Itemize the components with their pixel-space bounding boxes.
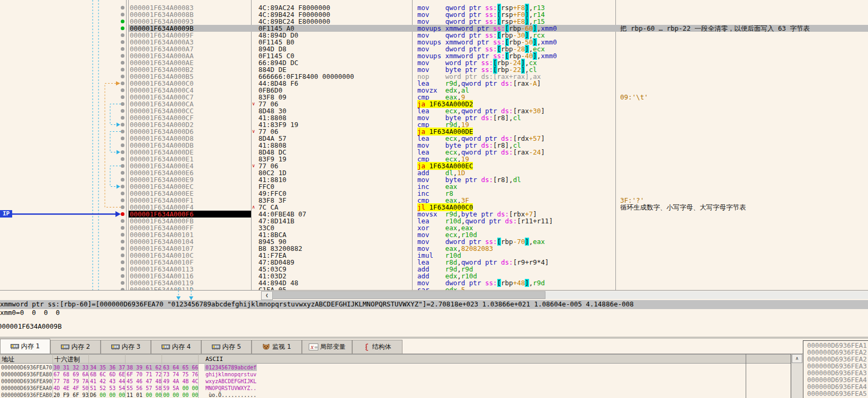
breakpoint-dot[interactable]	[121, 150, 124, 154]
breakpoint-dot[interactable]	[121, 137, 124, 140]
dump-row[interactable]: 000000D6936FEA8067 68 69 6A6B 6C 6D 6E6F…	[0, 371, 791, 378]
dump-hex-group: 34 35 36 37	[90, 364, 125, 371]
breakpoint-dot[interactable]	[121, 254, 124, 257]
watch-icon	[262, 343, 270, 351]
tab-label: 内存 3	[122, 342, 140, 351]
dump-hex-group: 6F 70 71 72	[127, 371, 162, 378]
breakpoint-dot[interactable]	[121, 82, 124, 85]
breakpoint-dot[interactable]	[121, 13, 124, 16]
breakpoint-dot[interactable]	[121, 88, 124, 92]
dump-hex-group: D6 00 00 00	[90, 392, 125, 398]
breakpoint-dot[interactable]	[121, 61, 124, 65]
breakpoint-dot[interactable]	[121, 178, 124, 182]
breakpoint-dot[interactable]	[121, 212, 124, 216]
dump-address: 000000D6936FEAB0	[1, 392, 52, 398]
breakpoint-dot[interactable]	[121, 281, 124, 285]
dump-row[interactable]: 000000D6936FEA9077 78 79 7A41 42 43 4445…	[0, 378, 791, 385]
breakpoint-dot[interactable]	[121, 123, 124, 126]
breakpoint-dot[interactable]	[121, 68, 124, 71]
scrollbar-track[interactable]	[272, 291, 868, 299]
breakpoint-dot[interactable]	[121, 267, 124, 271]
breakpoint-dot[interactable]	[121, 102, 124, 106]
breakpoint-dot[interactable]	[121, 26, 124, 30]
tab-局部变量[interactable]: x=局部变量	[302, 340, 352, 354]
dump-ascii: ghijklmnopqrstuv	[205, 371, 256, 378]
dump-ascii: ùo.Ö...........	[205, 392, 256, 398]
ram-icon	[111, 343, 120, 350]
tab-内存 2[interactable]: 内存 2	[50, 340, 101, 354]
breakpoint-dot[interactable]	[121, 116, 124, 120]
scroll-up-button[interactable]: ∧	[792, 354, 802, 363]
tab-label: 监视 1	[272, 342, 291, 351]
breakpoint-dot[interactable]	[121, 95, 124, 99]
tab-内存 5[interactable]: 内存 5	[201, 340, 252, 354]
ram-icon	[162, 343, 170, 350]
jump-direction-icon: ∧	[252, 204, 255, 211]
tab-label: 内存 5	[222, 342, 241, 351]
dump-hex-group: 49 4A 4B 4C	[163, 378, 198, 385]
breakpoint-dot[interactable]	[121, 198, 124, 202]
bottom-tab-bar: 内存 1内存 2内存 3内存 4内存 5监视 1x=局部变量结构体	[0, 339, 868, 354]
breakpoint-dot[interactable]	[121, 164, 124, 168]
dump-right-line	[746, 354, 746, 398]
breakpoint-dot[interactable]	[121, 219, 124, 223]
tab-监视 1[interactable]: 监视 1	[252, 340, 302, 354]
tab-内存 4[interactable]: 内存 4	[151, 340, 201, 354]
breakpoint-dot[interactable]	[121, 20, 124, 23]
breakpoint-dot[interactable]	[121, 6, 124, 10]
dump-hex-group: 38 39 61 62	[127, 364, 162, 371]
dump-hex-group: 51 52 53 54	[90, 385, 125, 392]
tab-结构体[interactable]: 结构体	[352, 340, 402, 354]
breakpoint-dot[interactable]	[121, 260, 124, 264]
breakpoint-dot[interactable]	[121, 274, 124, 278]
breakpoint-dot[interactable]	[121, 54, 124, 58]
breakpoint-dot[interactable]	[121, 226, 124, 230]
breakpoint-dot[interactable]	[121, 233, 124, 237]
tab-label: 内存 4	[172, 342, 191, 351]
breakpoint-dot[interactable]	[121, 40, 124, 44]
breakpoint-dot[interactable]	[121, 247, 124, 250]
breakpoint-dot[interactable]	[121, 192, 124, 195]
dump-hex-group: 30 31 32 33	[53, 364, 88, 371]
breakpoint-dot[interactable]	[121, 130, 124, 133]
dump-row[interactable]: 000000D6936FEA7030 31 32 3334 35 36 3738…	[0, 364, 791, 371]
horizontal-scrollbar[interactable]: ❮	[0, 291, 868, 300]
breakpoint-dot[interactable]	[121, 47, 124, 51]
breakpoint-dot[interactable]	[121, 143, 124, 147]
dump-address: 000000D6936FEA90	[1, 378, 52, 385]
dump-header-hex: 十六进制	[55, 355, 80, 364]
dump-hex-group: 59 5A 00 00	[163, 385, 198, 392]
dump-row[interactable]: 000000D6936FEAB020 F9 6F 93D6 00 00 0011…	[0, 392, 791, 398]
tab-label: 内存 2	[71, 342, 90, 351]
dump-vertical-scrollbar[interactable]: ∧	[791, 354, 802, 398]
breakpoint-dot[interactable]	[121, 33, 124, 37]
tab-内存 1[interactable]: 内存 1	[0, 339, 50, 354]
dump-hex-group: 41 42 43 44	[90, 378, 125, 385]
breakpoint-dot[interactable]	[121, 205, 124, 209]
breakpoint-dot[interactable]	[121, 109, 124, 113]
dump-hex-group: 00 00 00 00	[163, 392, 198, 398]
operand-info-bar: xmmword ptr ss:[rbp-60]=[000000D6936FEA7…	[0, 300, 868, 309]
rip-label: IP	[0, 210, 12, 218]
ram-icon	[212, 343, 220, 350]
dump-address: 000000D6936FEA80	[1, 371, 52, 378]
scroll-left-button[interactable]: ❮	[261, 291, 273, 300]
scrollbar-thumb[interactable]	[272, 291, 545, 299]
breakpoint-dot[interactable]	[121, 157, 124, 161]
dump-hex-group: 63 64 65 66	[163, 364, 198, 371]
dump-hex-group: 45 46 47 48	[127, 378, 162, 385]
disassembly-pane[interactable]: 000001F634A000834C:89AC24 F8000000mov qw…	[0, 0, 868, 291]
ram-icon	[11, 343, 19, 350]
dump-ascii: wxyzABCDEFGHIJKL	[205, 378, 256, 385]
memory-dump-pane[interactable]: 地址 十六进制 ASCII 000000D6936FEA7030 31 32 3…	[0, 354, 803, 398]
dump-ascii: MNOPQRSTUVWXYZ..	[205, 385, 256, 392]
tab-内存 3[interactable]: 内存 3	[101, 340, 151, 354]
breakpoint-dot[interactable]	[121, 185, 124, 188]
dump-row[interactable]: 000000D6936FEAA04D 4E 4F 5051 52 53 5455…	[0, 385, 791, 392]
breakpoint-dot[interactable]	[121, 171, 124, 175]
breakpoint-dot[interactable]	[121, 240, 124, 243]
jump-direction-icon: ∨	[252, 101, 255, 107]
jump-direction-icon: ∨	[252, 128, 255, 135]
breakpoint-dot[interactable]	[121, 75, 124, 78]
stack-pane[interactable]: 000000D6936FEA1000000D6936FEA2000000D693…	[803, 340, 868, 398]
